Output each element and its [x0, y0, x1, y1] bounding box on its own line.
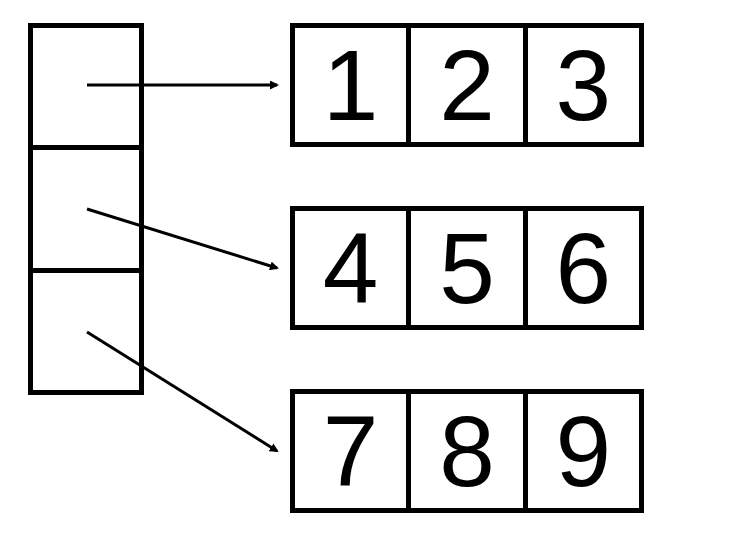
pointer-cell [33, 28, 139, 150]
array-row: 7 8 9 [290, 389, 644, 513]
array-row: 1 2 3 [290, 23, 644, 147]
array-cell: 7 [295, 394, 411, 508]
array-cell: 2 [411, 28, 527, 142]
array-cell: 1 [295, 28, 411, 142]
array-cell: 9 [528, 394, 639, 508]
array-cell: 6 [528, 211, 639, 325]
pointer-cell [33, 150, 139, 272]
array-row: 4 5 6 [290, 206, 644, 330]
array-cell: 3 [528, 28, 639, 142]
array-cell: 8 [411, 394, 527, 508]
pointer-column [28, 23, 144, 395]
array-cell: 4 [295, 211, 411, 325]
pointer-cell [33, 273, 139, 390]
array-cell: 5 [411, 211, 527, 325]
